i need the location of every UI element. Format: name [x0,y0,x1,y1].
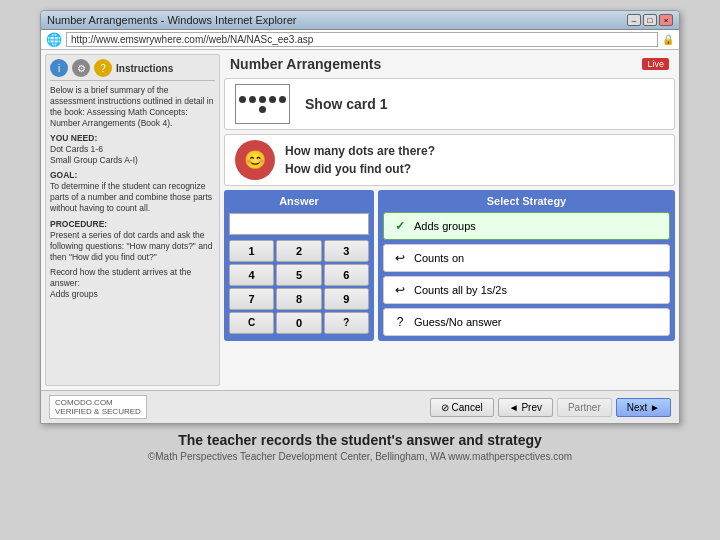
counts-all-icon: ↩ [392,282,408,298]
avatar: 😊 [235,140,275,180]
answer-panel-title: Answer [229,195,369,207]
address-bar: 🌐 🔒 [41,30,679,50]
right-panel: Number Arrangements Live Show card 1 [224,54,675,386]
caption-main: The teacher records the student's answer… [148,432,572,448]
instructions-panel: i ⚙ ? Instructions Below is a brief summ… [45,54,220,386]
cancel-label: Cancel [452,402,483,413]
partner-button: Partner [557,398,612,417]
browser-window: Number Arrangements - Windows Internet E… [40,10,680,424]
dot-2 [249,96,256,103]
strategy-guess[interactable]: ? Guess/No answer [383,308,670,336]
slide-container: Number Arrangements - Windows Internet E… [0,0,720,467]
maximize-btn[interactable]: □ [643,14,657,26]
prev-button[interactable]: ◄ Prev [498,398,553,417]
dot-3 [259,96,266,103]
strategy-panel: Select Strategy ✓ Adds groups ↩ Counts o… [378,190,675,341]
num-btn-3[interactable]: 3 [324,240,369,262]
caption-sub: ©Math Perspectives Teacher Development C… [148,451,572,462]
show-card-area: Show card 1 [224,78,675,130]
browser-footer: COMODO.COMVERIFIED & SECURED ⊘ Cancel ◄ … [41,390,679,423]
help-icon[interactable]: ? [94,59,112,77]
settings-icon[interactable]: ⚙ [72,59,90,77]
show-card-label: Show card 1 [305,96,387,112]
instructions-title: Instructions [116,63,173,74]
nav-buttons: ⊘ Cancel ◄ Prev Partner Next ► [430,398,671,417]
strategy-counts-all[interactable]: ↩ Counts all by 1s/2s [383,276,670,304]
num-btn-0[interactable]: 0 [276,312,321,334]
strategy-panel-title: Select Strategy [383,195,670,207]
answer-panel: Answer 1 2 3 4 5 6 7 8 9 C [224,190,374,341]
answer-strategy-area: Answer 1 2 3 4 5 6 7 8 9 C [224,190,675,341]
panel-header: Number Arrangements Live [224,54,675,74]
footer-logo: COMODO.COMVERIFIED & SECURED [49,395,147,419]
live-badge: Live [642,58,669,70]
num-btn-2[interactable]: 2 [276,240,321,262]
strategy-adds-groups-label: Adds groups [414,220,476,232]
next-button[interactable]: Next ► [616,398,671,417]
dot-6 [259,106,266,113]
page-title: Number Arrangements [230,56,381,72]
partner-label: Partner [568,402,601,413]
window-controls: – □ × [627,14,673,26]
dot-4 [269,96,276,103]
num-btn-clear[interactable]: C [229,312,274,334]
instructions-body: Below is a brief summary of the assessme… [50,85,215,300]
caption-area: The teacher records the student's answer… [148,432,572,462]
question-text: How many dots are there? How did you fin… [285,142,435,178]
instructions-record: Record how the student arrives at the an… [50,267,215,300]
browser-titlebar: Number Arrangements - Windows Internet E… [41,11,679,30]
dot-card [235,84,290,124]
num-btn-8[interactable]: 8 [276,288,321,310]
info-icon[interactable]: i [50,59,68,77]
logo-text: COMODO.COMVERIFIED & SECURED [55,398,141,416]
strategy-guess-label: Guess/No answer [414,316,501,328]
num-btn-4[interactable]: 4 [229,264,274,286]
counts-on-icon: ↩ [392,250,408,266]
num-btn-7[interactable]: 7 [229,288,274,310]
instructions-procedure: PROCEDURE:Present a series of dot cards … [50,219,215,263]
number-grid: 1 2 3 4 5 6 7 8 9 C 0 ? [229,240,369,334]
strategy-counts-on-label: Counts on [414,252,464,264]
minimize-btn[interactable]: – [627,14,641,26]
prev-label: ◄ Prev [509,402,542,413]
cancel-button[interactable]: ⊘ Cancel [430,398,494,417]
lock-icon: 🔒 [662,34,674,45]
strategy-counts-all-label: Counts all by 1s/2s [414,284,507,296]
instructions-header: i ⚙ ? Instructions [50,59,215,81]
question-line1: How many dots are there? [285,142,435,160]
cancel-icon: ⊘ [441,402,449,413]
instructions-intro: Below is a brief summary of the assessme… [50,85,215,129]
close-btn[interactable]: × [659,14,673,26]
strategy-options: ✓ Adds groups ↩ Counts on ↩ Counts all b… [383,212,670,336]
check-icon: ✓ [392,218,408,234]
num-btn-6[interactable]: 6 [324,264,369,286]
instructions-you-need: YOU NEED:Dot Cards 1-6Small Group Cards … [50,133,215,166]
next-label: Next ► [627,402,660,413]
browser-content: i ⚙ ? Instructions Below is a brief summ… [41,50,679,390]
strategy-counts-on[interactable]: ↩ Counts on [383,244,670,272]
dot-5 [279,96,286,103]
guess-icon: ? [392,314,408,330]
num-btn-question[interactable]: ? [324,312,369,334]
strategy-adds-groups[interactable]: ✓ Adds groups [383,212,670,240]
num-btn-1[interactable]: 1 [229,240,274,262]
instructions-goal: GOAL:To determine if the student can rec… [50,170,215,214]
question-area: 😊 How many dots are there? How did you f… [224,134,675,186]
answer-input-box[interactable] [229,213,369,235]
ie-icon: 🌐 [46,32,62,47]
question-line2: How did you find out? [285,160,435,178]
dot-1 [239,96,246,103]
num-btn-9[interactable]: 9 [324,288,369,310]
browser-title: Number Arrangements - Windows Internet E… [47,14,296,26]
num-btn-5[interactable]: 5 [276,264,321,286]
address-input[interactable] [66,32,658,47]
